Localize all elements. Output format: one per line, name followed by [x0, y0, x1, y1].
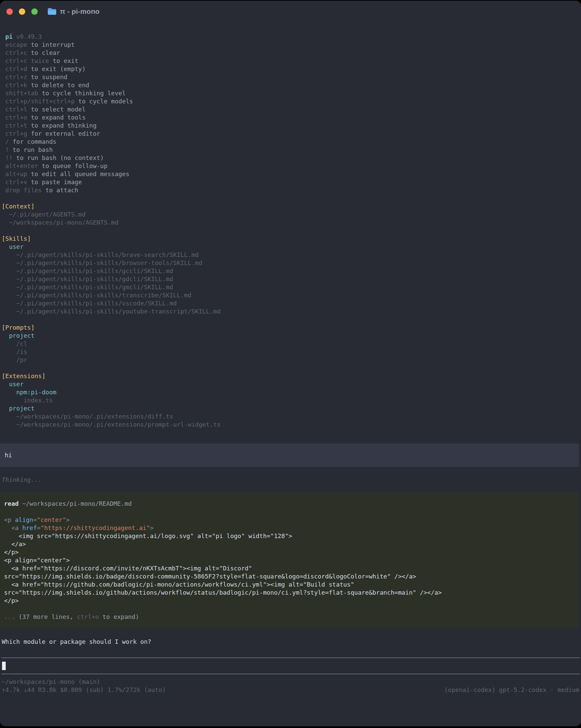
terminal-output: pi v0.49.3 escape to interrupt ctrl+c to…: [0, 22, 581, 646]
user-message: hi: [0, 443, 579, 467]
titlebar: π - pi-mono: [0, 1, 581, 22]
terminal-line: [2, 194, 579, 202]
terminal-line: [2, 227, 579, 235]
terminal-line: Which module or package should I work on…: [2, 638, 579, 646]
folder-icon: [48, 8, 57, 15]
terminal-line: ... (37 more lines, ctrl+o to expand): [4, 613, 575, 621]
session-info: pi v0.49.3 escape to interrupt ctrl+c to…: [0, 33, 581, 428]
terminal-line: <img src="https://shittycodingagent.ai/l…: [4, 532, 575, 540]
terminal-line: <p align="center">: [4, 516, 575, 524]
terminal-line: [2, 315, 579, 323]
terminal-line: project: [2, 405, 579, 413]
terminal-line: ~/.pi/agent/skills/pi-skills/brave-searc…: [2, 251, 579, 259]
thinking-indicator: Thinking...: [0, 476, 581, 484]
window-title: π - pi-mono: [60, 7, 100, 16]
prompt-input[interactable]: [1, 658, 580, 674]
terminal-line: [Prompts]: [2, 323, 579, 332]
terminal-line: alt+enter to queue follow-up: [2, 162, 579, 170]
terminal-line: /cl: [2, 340, 579, 348]
terminal-line: ctrl+l to select model: [2, 105, 579, 113]
terminal-line: /pr: [2, 356, 579, 364]
terminal-line: ctrl+v to paste image: [2, 178, 579, 186]
terminal-line: drop files to attach: [2, 186, 579, 194]
terminal-line: hi: [5, 451, 574, 459]
text-cursor: [2, 662, 6, 670]
terminal-line: ~/.pi/agent/skills/pi-skills/transcribe/…: [2, 291, 579, 300]
terminal-line: /is: [2, 348, 579, 356]
terminal-line: pi v0.49.3: [2, 33, 579, 41]
terminal-line: ~/workspaces/pi-mono/.pi/extensions/diff…: [2, 413, 579, 421]
terminal-line: project: [2, 332, 579, 340]
terminal-line: [Context]: [2, 202, 579, 210]
zoom-button[interactable]: [31, 8, 38, 15]
terminal-line: </a>: [4, 540, 575, 548]
terminal-line: <p align="center">: [4, 556, 575, 564]
terminal-line: ~/.pi/agent/AGENTS.md: [2, 210, 579, 218]
terminal-line: <a href="https://discord.com/invite/nKXT…: [4, 564, 575, 572]
terminal-line: <a href="https://shittycodingagent.ai">: [4, 524, 575, 532]
terminal-line: </p>: [4, 548, 575, 556]
window-controls: [6, 8, 38, 15]
terminal-line: ~/.pi/agent/skills/pi-skills/youtube-tra…: [2, 307, 579, 315]
terminal-line: / for commands: [2, 138, 579, 146]
terminal-line: </p>: [4, 597, 575, 605]
terminal-line: [4, 508, 575, 516]
title-group: π - pi-mono: [48, 7, 100, 16]
terminal-line: ~/workspaces/pi-mono/AGENTS.md: [2, 218, 579, 227]
terminal-line: <a href="https://github.com/badlogic/pi-…: [4, 580, 575, 589]
terminal-line: user: [2, 380, 579, 388]
terminal-line: user: [2, 243, 579, 251]
status-bar: ~/workspaces/pi-mono (main) ↑4.7k ↓44 R3…: [0, 678, 581, 694]
terminal-line: ~/.pi/agent/skills/pi-skills/browser-too…: [2, 259, 579, 267]
terminal-line: escape to interrupt: [2, 41, 579, 49]
minimize-button[interactable]: [19, 8, 25, 15]
tool-call-read: read ~/workspaces/pi-mono/README.md <p a…: [0, 492, 579, 629]
terminal-line: ctrl+g for external editor: [2, 130, 579, 138]
terminal-window: π - pi-mono pi v0.49.3 escape to interru…: [0, 1, 581, 726]
terminal-line: [Extensions]: [2, 372, 579, 380]
terminal-line: ~/.pi/agent/skills/pi-skills/gccli/SKILL…: [2, 267, 579, 275]
terminal-line: shift+tab to cycle thinking level: [2, 89, 579, 97]
terminal-line: ctrl+o to expand tools: [2, 113, 579, 122]
terminal-line: read ~/workspaces/pi-mono/README.md: [4, 500, 575, 508]
terminal-line: ! to run bash: [2, 146, 579, 154]
terminal-line: index.ts: [2, 396, 579, 405]
terminal-line: ctrl+t to expand thinking: [2, 122, 579, 130]
terminal-line: [4, 605, 575, 613]
terminal-line: ctrl+z to suspend: [2, 73, 579, 81]
terminal-line: ~/.pi/agent/skills/pi-skills/gdcli/SKILL…: [2, 275, 579, 283]
terminal-line: src="https://img.shields.io/github/actio…: [4, 589, 575, 597]
terminal-line: !! to run bash (no context): [2, 154, 579, 162]
terminal-line: [Skills]: [2, 235, 579, 243]
terminal-line: Thinking...: [2, 476, 579, 484]
provider-model-status: (openai-codex) gpt-5.2-codex · medium: [444, 686, 579, 694]
terminal-line: ~/.pi/agent/skills/pi-skills/vscode/SKIL…: [2, 300, 579, 307]
assistant-message: Which module or package should I work on…: [0, 638, 581, 646]
terminal-line: ctrl+d to exit (empty): [2, 65, 579, 73]
terminal-line: ctrl+p/shift+ctrl+p to cycle models: [2, 97, 579, 105]
terminal-line: src="https://img.shields.io/badge/discor…: [4, 572, 575, 580]
terminal-line: alt+up to edit all queued messages: [2, 170, 579, 178]
terminal-line: npm:pi-doom: [2, 388, 579, 396]
terminal-line: ctrl+c twice to exit: [2, 57, 579, 65]
terminal-line: ~/.pi/agent/skills/pi-skills/gmcli/SKILL…: [2, 283, 579, 291]
terminal-line: [2, 364, 579, 372]
token-cost-status: ↑4.7k ↓44 R3.8k $0.009 (sub) 1.7%/272k (…: [2, 686, 166, 694]
cwd-branch-status: ~/workspaces/pi-mono (main): [2, 678, 100, 686]
terminal-line: ctrl+k to delete to end: [2, 81, 579, 89]
terminal-line: ~/workspaces/pi-mono/.pi/extensions/prom…: [2, 421, 579, 428]
close-button[interactable]: [6, 8, 13, 15]
terminal-line: ctrl+c to clear: [2, 49, 579, 57]
